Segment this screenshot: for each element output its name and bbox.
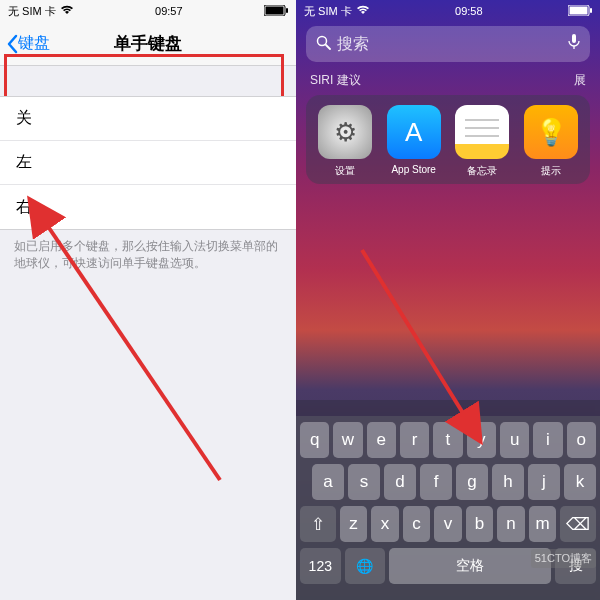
gear-icon: ⚙: [318, 105, 372, 159]
keyboard-row-2: asdfghjk: [296, 464, 598, 500]
key-h[interactable]: h: [492, 464, 524, 500]
key-space[interactable]: 空格: [389, 548, 551, 584]
battery-icon: [264, 5, 288, 18]
carrier-text: 无 SIM 卡: [8, 4, 56, 19]
key-c[interactable]: c: [403, 506, 431, 542]
key-d[interactable]: d: [384, 464, 416, 500]
annotation-arrow: [0, 0, 296, 600]
app-label: App Store: [391, 164, 435, 175]
key-q[interactable]: q: [300, 422, 329, 458]
footer-help-text: 如已启用多个键盘，那么按住输入法切换菜单部的地球仪，可快速访问单手键盘选项。: [0, 230, 296, 272]
key-b[interactable]: b: [466, 506, 494, 542]
search-placeholder: 搜索: [337, 34, 568, 55]
key-m[interactable]: m: [529, 506, 557, 542]
key-e[interactable]: e: [367, 422, 396, 458]
app-App Store[interactable]: AApp Store: [381, 105, 447, 178]
back-button[interactable]: 键盘: [6, 33, 50, 54]
key-z[interactable]: z: [340, 506, 368, 542]
svg-point-7: [318, 36, 327, 45]
settings-screen: 无 SIM 卡 09:57 键盘 单手键盘 关 左 右 如已启用多个键盘，那么按…: [0, 0, 296, 600]
chevron-left-icon: [6, 34, 18, 54]
status-bar: 无 SIM 卡 09:58: [296, 0, 600, 22]
search-bar[interactable]: 搜索: [306, 26, 590, 62]
option-left[interactable]: 左: [0, 141, 296, 185]
key-a[interactable]: a: [312, 464, 344, 500]
keyboard: qwertyuio asdfghjk ⇧zxcvbnm⌫ 123🌐空格搜: [296, 416, 600, 600]
wifi-icon: [60, 5, 74, 17]
key-o[interactable]: o: [567, 422, 596, 458]
key-globe[interactable]: 🌐: [345, 548, 386, 584]
mic-icon[interactable]: [568, 34, 580, 54]
battery-icon: [568, 5, 592, 18]
key-n[interactable]: n: [497, 506, 525, 542]
tips-icon: 💡: [524, 105, 578, 159]
key-u[interactable]: u: [500, 422, 529, 458]
app-设置[interactable]: ⚙设置: [312, 105, 378, 178]
nav-bar: 键盘 单手键盘: [0, 22, 296, 66]
app-label: 备忘录: [467, 164, 497, 178]
svg-rect-5: [569, 6, 587, 14]
key-s[interactable]: s: [348, 464, 380, 500]
svg-rect-1: [265, 6, 283, 14]
svg-rect-6: [590, 8, 592, 13]
app-label: 设置: [335, 164, 355, 178]
key-k[interactable]: k: [564, 464, 596, 500]
key-v[interactable]: v: [434, 506, 462, 542]
key-i[interactable]: i: [533, 422, 562, 458]
option-off[interactable]: 关: [0, 97, 296, 141]
key-numbers[interactable]: 123: [300, 548, 341, 584]
status-bar: 无 SIM 卡 09:57: [0, 0, 296, 22]
siri-suggestions-header: SIRI 建议 展: [296, 62, 600, 93]
page-title: 单手键盘: [114, 32, 182, 55]
key-y[interactable]: y: [467, 422, 496, 458]
key-f[interactable]: f: [420, 464, 452, 500]
watermark: 51CTO博客: [531, 549, 596, 568]
siri-app-panel: ⚙设置AApp Store备忘录💡提示: [306, 95, 590, 184]
svg-rect-2: [286, 8, 288, 13]
key-w[interactable]: w: [333, 422, 362, 458]
app-label: 提示: [541, 164, 561, 178]
wifi-icon: [356, 5, 370, 17]
options-list: 关 左 右: [0, 96, 296, 230]
spotlight-screen: 无 SIM 卡 09:58 搜索 SIRI 建议 展 ⚙设置AApp Store…: [296, 0, 600, 600]
search-icon: [316, 35, 331, 54]
key-r[interactable]: r: [400, 422, 429, 458]
key-g[interactable]: g: [456, 464, 488, 500]
siri-label: SIRI 建议: [310, 72, 361, 89]
app-备忘录[interactable]: 备忘录: [449, 105, 515, 178]
key-⇧[interactable]: ⇧: [300, 506, 336, 542]
carrier-text: 无 SIM 卡: [304, 4, 352, 19]
key-x[interactable]: x: [371, 506, 399, 542]
option-right[interactable]: 右: [0, 185, 296, 229]
keyboard-row-3: ⇧zxcvbnm⌫: [296, 506, 598, 542]
key-⌫[interactable]: ⌫: [560, 506, 596, 542]
clock: 09:58: [455, 5, 483, 17]
notes-icon: [455, 105, 509, 159]
key-j[interactable]: j: [528, 464, 560, 500]
keyboard-row-1: qwertyuio: [296, 422, 598, 458]
siri-more[interactable]: 展: [574, 72, 586, 89]
back-label: 键盘: [18, 33, 50, 54]
svg-line-11: [362, 250, 466, 418]
app-提示[interactable]: 💡提示: [518, 105, 584, 178]
clock: 09:57: [155, 5, 183, 17]
key-t[interactable]: t: [433, 422, 462, 458]
svg-line-8: [326, 45, 330, 49]
svg-rect-9: [572, 34, 576, 43]
appstore-icon: A: [387, 105, 441, 159]
